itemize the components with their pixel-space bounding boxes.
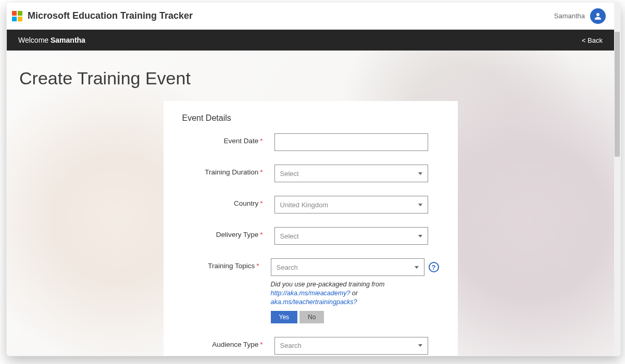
chevron-down-icon <box>418 204 422 206</box>
section-title: Event Details <box>182 114 439 123</box>
form-card: Event Details Event Date* Training Durat… <box>164 101 458 356</box>
label-audience-type: Audience Type* <box>182 337 263 348</box>
microsoft-logo-icon <box>12 11 22 21</box>
vertical-scrollbar[interactable] <box>614 3 620 356</box>
label-event-date: Event Date* <box>182 133 263 145</box>
training-duration-select[interactable]: Select <box>274 165 428 182</box>
delivery-type-select[interactable]: Select <box>274 227 428 245</box>
country-select[interactable]: United Kingdom <box>274 196 428 214</box>
scroll-area: Microsoft Education Training Tracker Sam… <box>7 3 614 356</box>
topbar: Microsoft Education Training Tracker Sam… <box>7 3 614 30</box>
welcome-text: Welcome Samantha <box>18 36 85 44</box>
row-event-date: Event Date* <box>182 133 439 151</box>
training-topics-search[interactable]: Search <box>271 258 424 276</box>
avatar[interactable] <box>590 8 606 24</box>
help-icon[interactable]: ? <box>429 262 439 272</box>
prepackaged-no-button[interactable]: No <box>299 311 324 323</box>
audience-type-search[interactable]: Search <box>274 337 428 355</box>
app-title: Microsoft Education Training Tracker <box>28 10 193 21</box>
link-teachertrainingpacks[interactable]: aka.ms/teachertrainingpacks? <box>271 298 357 306</box>
country-value: United Kingdom <box>280 201 329 209</box>
row-training-topics: Training Topics* Search ? Did you use pr… <box>182 258 439 323</box>
person-icon <box>593 11 603 21</box>
delivery-type-placeholder: Select <box>280 232 299 240</box>
app-shell: Microsoft Education Training Tracker Sam… <box>6 2 621 356</box>
prepackaged-yes-no: Yes No <box>271 311 439 323</box>
user-name-label: Samantha <box>554 12 585 20</box>
svg-point-0 <box>596 13 599 16</box>
row-audience-type: Audience Type* Search <box>182 337 439 355</box>
audience-type-placeholder: Search <box>280 342 302 349</box>
chevron-down-icon <box>418 172 422 175</box>
back-link[interactable]: < Back <box>582 36 603 44</box>
welcome-bar: Welcome Samantha < Back <box>7 30 614 51</box>
label-country: Country* <box>182 196 263 207</box>
row-delivery-type: Delivery Type* Select <box>182 227 439 245</box>
chevron-down-icon <box>415 266 419 269</box>
link-mieacademy[interactable]: http://aka.ms/mieacademy? <box>271 290 351 297</box>
row-training-duration: Training Duration* Select <box>182 165 439 182</box>
page-title: Create Training Event <box>7 51 614 101</box>
training-topics-placeholder: Search <box>277 263 298 271</box>
welcome-prefix: Welcome <box>18 36 51 44</box>
label-training-duration: Training Duration* <box>182 165 263 176</box>
row-country: Country* United Kingdom <box>182 196 439 214</box>
prepackaged-yes-button[interactable]: Yes <box>271 311 298 323</box>
hero-area: Create Training Event Event Details Even… <box>7 51 614 356</box>
chevron-down-icon <box>418 344 422 347</box>
required-marker: * <box>260 137 262 145</box>
scrollbar-thumb[interactable] <box>615 32 620 157</box>
label-training-topics: Training Topics* <box>182 258 259 270</box>
brand: Microsoft Education Training Tracker <box>12 10 193 21</box>
chevron-down-icon <box>418 235 422 237</box>
welcome-name: Samantha <box>51 36 85 44</box>
training-duration-placeholder: Select <box>280 170 299 178</box>
prepackaged-question: Did you use pre-packaged training from h… <box>271 280 439 307</box>
user-area[interactable]: Samantha <box>554 8 606 24</box>
label-delivery-type: Delivery Type* <box>182 227 263 239</box>
event-date-input[interactable] <box>274 133 428 151</box>
